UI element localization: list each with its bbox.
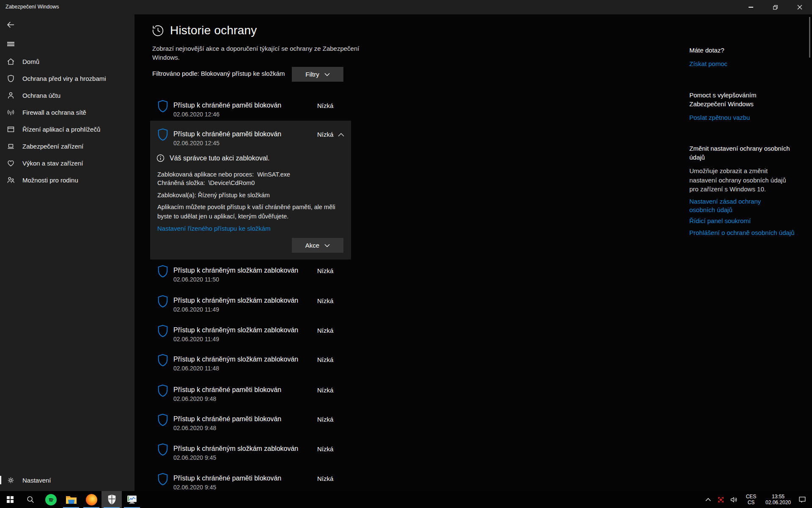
- sidebar-item-home[interactable]: Domů: [0, 53, 134, 70]
- notification-center-icon[interactable]: [798, 495, 807, 504]
- shield-blue-icon: [157, 128, 168, 141]
- filters-button[interactable]: Filtry: [292, 67, 343, 82]
- back-button[interactable]: [2, 17, 19, 32]
- event-severity: Nízká: [317, 445, 333, 453]
- restore-button[interactable]: [763, 0, 787, 14]
- event-row[interactable]: Přístup k chráněným složkám zablokován 0…: [150, 262, 351, 289]
- blocked-app-value: WinSAT.exe: [257, 171, 290, 178]
- shield-blue-icon: [157, 443, 168, 456]
- event-row[interactable]: Přístup k chráněným složkám zablokován 0…: [150, 351, 351, 378]
- event-severity: Nízká: [317, 387, 333, 394]
- shield-blue-icon: [157, 265, 168, 278]
- privacy-policy-settings-link[interactable]: Nastavení zásad ochrany osobních údajů: [689, 197, 785, 214]
- blocked-app-label: Zablokovaná aplikace nebo proces:: [157, 171, 254, 178]
- chevron-up-icon[interactable]: [338, 133, 344, 137]
- event-date: 02.06.2020 12:46: [173, 111, 219, 118]
- window-titlebar: Zabezpečení Windows: [0, 0, 812, 14]
- scrollbar-thumb[interactable]: [809, 17, 810, 58]
- clock-date: 02.06.2020: [763, 500, 793, 505]
- clock[interactable]: 13:55 02.06.2020: [763, 494, 793, 505]
- event-card-expanded[interactable]: Přístup k chráněné paměti blokován 02.06…: [150, 121, 351, 260]
- sidebar-item-label: Ochrana před viry a hrozbami: [22, 75, 106, 82]
- event-severity: Nízká: [317, 131, 333, 138]
- gear-icon: [6, 476, 15, 485]
- language-indicator[interactable]: CES CS: [743, 494, 760, 505]
- sidebar-item-label: Řízení aplikací a prohlížečů: [22, 126, 100, 133]
- sidebar-item-app-browser-control[interactable]: Řízení aplikací a prohlížečů: [0, 121, 134, 138]
- event-title: Přístup k chráněným složkám zablokován: [173, 297, 298, 304]
- protected-folder-label: Chráněná složka:: [157, 179, 205, 186]
- taskbar-search-button[interactable]: [20, 491, 41, 508]
- event-title: Přístup k chráněné paměti blokován: [173, 415, 281, 423]
- privacy-statement-link[interactable]: Prohlášení o ochraně osobních údajů: [689, 229, 795, 237]
- taskbar-app-file-explorer[interactable]: [61, 491, 81, 508]
- security-shield-icon: [107, 494, 117, 505]
- event-title: Přístup k chráněné paměti blokován: [173, 475, 281, 482]
- actions-button-label: Akce: [305, 242, 319, 249]
- event-row[interactable]: Přístup k chráněné paměti blokován 02.06…: [150, 97, 351, 124]
- event-severity: Nízká: [317, 475, 333, 482]
- clock-time: 13:55: [763, 494, 793, 500]
- event-severity: Nízká: [317, 356, 333, 363]
- event-title: Přístup k chráněné paměti blokován: [173, 386, 281, 394]
- filter-status-label: Filtrováno podle: Blokovaný přístup ke s…: [152, 70, 285, 77]
- actions-button[interactable]: Akce: [292, 238, 343, 253]
- taskbar-app-performance-monitor[interactable]: [122, 491, 142, 508]
- app-window-icon: [6, 125, 15, 134]
- start-button[interactable]: [0, 491, 20, 508]
- red-arrows-tray-icon[interactable]: [716, 495, 725, 504]
- hidden-icons-chevron-icon[interactable]: [705, 497, 711, 502]
- sidebar-item-settings[interactable]: Nastavení: [0, 472, 134, 489]
- chevron-down-icon: [324, 244, 330, 247]
- main-content: Historie ochrany Zobrazí nejnovější akce…: [134, 14, 812, 491]
- system-tray: CES CS 13:55 02.06.2020: [705, 491, 812, 508]
- sidebar: Domů Ochrana před viry a hrozbami Ochran…: [0, 14, 134, 491]
- person-icon: [6, 91, 15, 100]
- minimize-button[interactable]: [738, 0, 763, 14]
- send-feedback-link[interactable]: Poslat zpětnou vazbu: [689, 113, 795, 122]
- privacy-dashboard-link[interactable]: Řídicí panel soukromí: [689, 217, 795, 225]
- sidebar-item-label: Firewall a ochrana sítě: [22, 109, 86, 116]
- help-heading: Máte dotaz?: [689, 46, 795, 55]
- window-title: Zabezpečení Windows: [5, 4, 59, 10]
- sidebar-item-device-performance[interactable]: Výkon a stav zařízení: [0, 155, 134, 171]
- event-row[interactable]: Přístup k chráněným složkám zablokován 0…: [150, 293, 351, 319]
- taskbar: CES CS 13:55 02.06.2020: [0, 491, 812, 508]
- close-button[interactable]: [787, 0, 812, 14]
- event-date: 02.06.2020 11:48: [173, 365, 219, 372]
- family-icon: [6, 176, 15, 185]
- event-row[interactable]: Přístup k chráněným složkám zablokován 0…: [150, 441, 351, 467]
- get-help-link[interactable]: Získat pomoc: [689, 60, 795, 68]
- taskbar-app-windows-security[interactable]: [102, 491, 122, 508]
- shield-blue-icon: [157, 353, 168, 367]
- event-title: Přístup k chráněným složkám zablokován: [173, 445, 298, 453]
- event-row[interactable]: Přístup k chráněné paměti blokován 02.06…: [150, 382, 351, 408]
- protected-folder-line: Chráněná složka: \Device\CdRom0: [157, 179, 255, 186]
- sidebar-item-firewall[interactable]: Firewall a ochrana sítě: [0, 104, 134, 121]
- sidebar-item-device-security[interactable]: Zabezpečení zařízení: [0, 138, 134, 155]
- page-title: Historie ochrany: [170, 24, 257, 37]
- event-title: Přístup k chráněným složkám zablokován: [173, 326, 298, 334]
- event-note-text: Aplikacím můžete povolit přístup k vaší …: [157, 203, 347, 221]
- sidebar-item-label: Ochrana účtu: [22, 92, 60, 99]
- blocked-by-text: Zablokoval(a): Řízený přístup ke složkám: [157, 192, 270, 199]
- event-title: Přístup k chráněným složkám zablokován: [173, 267, 298, 274]
- protected-folder-value: \Device\CdRom0: [208, 179, 255, 186]
- sidebar-item-family-options[interactable]: Možnosti pro rodinu: [0, 171, 134, 188]
- folder-icon: [66, 495, 77, 505]
- taskbar-app-spotify[interactable]: [41, 491, 61, 508]
- event-title: Přístup k chráněné paměti blokován: [173, 102, 281, 109]
- event-row[interactable]: Přístup k chráněné paměti blokován 02.06…: [150, 411, 351, 437]
- windows-start-icon: [7, 496, 14, 503]
- event-row[interactable]: Přístup k chráněným složkám zablokován 0…: [150, 322, 351, 348]
- shield-blue-icon: [157, 295, 168, 308]
- event-date: 02.06.2020 9:45: [173, 484, 216, 491]
- menu-button[interactable]: [2, 36, 19, 52]
- sidebar-item-account-protection[interactable]: Ochrana účtu: [0, 87, 134, 104]
- folder-access-settings-link[interactable]: Nastavení řízeného přístupu ke složkám: [157, 225, 271, 232]
- volume-icon[interactable]: [730, 495, 738, 504]
- sidebar-item-virus-protection[interactable]: Ochrana před viry a hrozbami: [0, 70, 134, 87]
- page-header: Historie ochrany: [151, 24, 257, 37]
- shield-icon: [6, 74, 15, 83]
- taskbar-app-firefox[interactable]: [81, 491, 102, 508]
